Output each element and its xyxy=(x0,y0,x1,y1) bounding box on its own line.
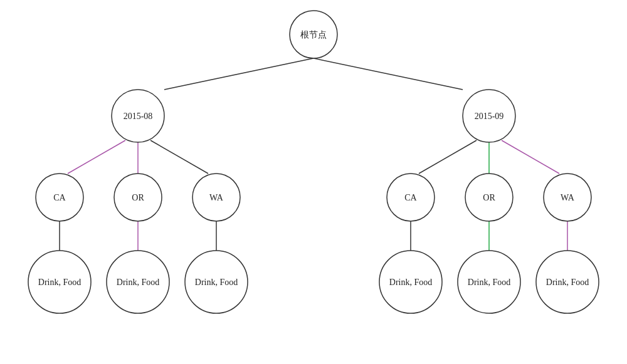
node-or-right-label: OR xyxy=(483,193,495,202)
edge-2015-08-wa xyxy=(150,140,208,174)
node-food-4-label: Drink, Food xyxy=(389,278,432,287)
node-food-2-label: Drink, Food xyxy=(117,278,159,287)
node-ca-right-label: CA xyxy=(404,193,417,202)
node-wa-right-label: WA xyxy=(561,193,575,202)
node-2015-08-label: 2015-08 xyxy=(124,112,153,121)
node-or-left-label: OR xyxy=(132,193,144,202)
node-food-6-label: Drink, Food xyxy=(546,278,589,287)
node-wa-left-label: WA xyxy=(209,193,224,202)
node-food-3-label: Drink, Food xyxy=(195,278,238,287)
node-ca-left-label: CA xyxy=(53,193,66,202)
node-2015-09-label: 2015-09 xyxy=(475,112,504,121)
edge-root-2015-09 xyxy=(314,58,463,90)
tree-diagram: 根节点 2015-08 2015-09 CA OR WA CA OR WA Dr… xyxy=(0,0,627,364)
node-root-label: 根节点 xyxy=(300,30,327,39)
edge-root-2015-08 xyxy=(164,58,314,90)
edge-2015-08-ca xyxy=(68,140,125,174)
node-food-5-label: Drink, Food xyxy=(468,278,510,287)
edge-2015-09-wa xyxy=(502,140,559,174)
edge-2015-09-ca xyxy=(419,140,477,174)
node-food-1-label: Drink, Food xyxy=(38,278,81,287)
